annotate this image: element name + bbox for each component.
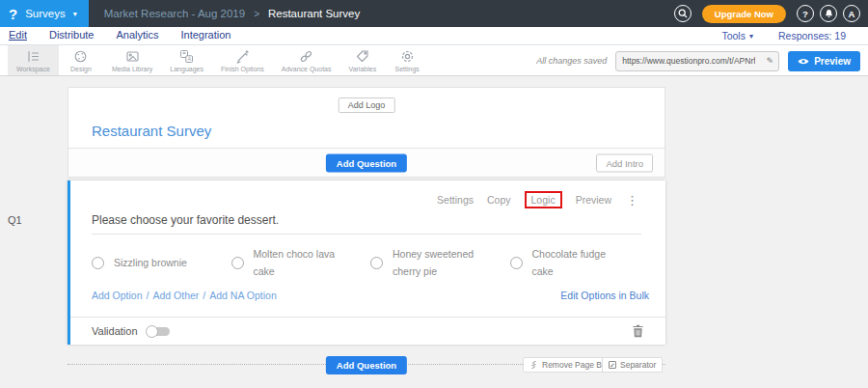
add-question-button-bottom[interactable]: Add Question [326, 356, 407, 374]
question-text-underline [92, 234, 641, 235]
question-actions: Settings Copy Logic Preview ⋮ [437, 191, 638, 208]
breadcrumb-current: Restaurant Survey [268, 8, 360, 19]
toolbar-item-media-library[interactable]: Media Library [103, 45, 161, 75]
breadcrumb-separator-icon: > [254, 9, 259, 19]
kebab-menu-icon[interactable]: ⋮ [626, 193, 638, 208]
surveys-menu-label: Surveys [25, 8, 66, 19]
search-icon [677, 8, 689, 19]
option-label[interactable]: Chocolate fudge cake [532, 245, 629, 281]
question-preview-link[interactable]: Preview [576, 194, 611, 206]
upgrade-now-button[interactable]: Upgrade Now [702, 5, 786, 23]
validation-label: Validation [92, 325, 138, 337]
radio-button-icon[interactable] [231, 257, 244, 269]
survey-tab-bar: Edit Distribute Analytics Integration To… [0, 27, 868, 45]
radio-button-icon[interactable] [92, 257, 104, 269]
add-logo-button[interactable]: Add Logo [339, 97, 395, 113]
advance-quotas-chain-icon [299, 49, 313, 64]
tabbar-right: Tools ▾ Responses: 19 [721, 30, 859, 42]
caret-down-icon: ▾ [73, 10, 77, 18]
toolbar-item-languages[interactable]: A Languages [161, 45, 212, 75]
languages-icon: A [179, 49, 194, 64]
validation-toggle[interactable] [146, 325, 170, 338]
tab-analytics[interactable]: Analytics [116, 29, 158, 42]
remove-page-break-icon [529, 360, 538, 370]
variables-tag-icon [355, 49, 369, 64]
toolbar-item-design[interactable]: Design [59, 45, 103, 75]
help-button[interactable]: ? [797, 5, 814, 22]
radio-button-icon[interactable] [510, 257, 523, 269]
breadcrumb-parent[interactable]: Market Research - Aug 2019 [104, 8, 245, 19]
toolbar-item-variables[interactable]: Variables [339, 45, 385, 75]
survey-url-box: ✎ [615, 51, 779, 71]
toolbar-right: All changes saved ✎ Preview [536, 45, 860, 76]
question-copy-link[interactable]: Copy [487, 194, 511, 206]
question-logic-link-highlighted[interactable]: Logic [525, 191, 562, 208]
toggle-knob [146, 325, 158, 338]
caret-down-icon: ▾ [749, 32, 753, 41]
question-text[interactable]: Please choose your favorite dessert. [92, 213, 279, 227]
question-settings-link[interactable]: Settings [437, 194, 474, 206]
surveys-menu[interactable]: ? Surveys ▾ [0, 0, 89, 27]
option-molten-choco-lava-cake[interactable]: Molten choco lava cake [231, 245, 371, 281]
search-button[interactable] [674, 5, 692, 22]
toolbar-label-languages: Languages [170, 66, 203, 72]
link-separator: / [203, 290, 205, 301]
save-status-text: All changes saved [536, 56, 607, 66]
add-question-button[interactable]: Add Question [326, 153, 407, 172]
svg-text:A: A [188, 56, 192, 62]
toolbar-label-design: Design [70, 66, 92, 72]
top-navigation-bar: ? Surveys ▾ Market Research - Aug 2019 >… [0, 0, 868, 27]
preview-button[interactable]: Preview [788, 51, 860, 71]
separator-toggle[interactable]: ✓ Separator [602, 357, 663, 373]
survey-title[interactable]: Restaurant Survey [92, 123, 211, 139]
survey-editor-canvas: Q1 Add Logo Restaurant Survey Add Questi… [0, 76, 868, 388]
toolbar-label-advance-quotas: Advance Quotas [282, 66, 332, 72]
toolbar-label-variables: Variables [348, 66, 376, 72]
media-library-icon [125, 49, 140, 64]
toolbar-item-finish-options[interactable]: Finish Options [212, 45, 273, 75]
toolbar-item-advance-quotas[interactable]: Advance Quotas [273, 45, 340, 75]
add-na-option-link[interactable]: Add NA Option [209, 290, 276, 301]
notifications-button[interactable] [820, 5, 837, 22]
responses-count[interactable]: Responses: 19 [778, 30, 846, 42]
edit-url-pencil-icon[interactable]: ✎ [761, 51, 778, 71]
checkbox-checked-icon[interactable]: ✓ [609, 361, 616, 369]
delete-question-button[interactable] [632, 324, 644, 338]
question-footer: Validation [70, 317, 665, 345]
topbar-actions: Upgrade Now ? A [674, 5, 868, 23]
toolbar-label-media-library: Media Library [112, 66, 152, 72]
toolbar-item-settings[interactable]: Settings [385, 45, 429, 75]
trash-icon [632, 324, 644, 338]
breadcrumb: Market Research - Aug 2019 > Restaurant … [104, 8, 360, 19]
finish-options-pen-icon [235, 49, 250, 64]
add-other-link[interactable]: Add Other [152, 290, 199, 301]
tab-distribute[interactable]: Distribute [49, 29, 94, 42]
add-option-link[interactable]: Add Option [92, 290, 143, 301]
option-chocolate-fudge-cake[interactable]: Chocolate fudge cake [510, 245, 650, 281]
link-separator: / [147, 290, 149, 301]
separator-label: Separator [620, 360, 656, 370]
option-label[interactable]: Honey sweetened cherry pie [393, 245, 489, 281]
add-question-row: Add Question Add Intro [68, 149, 665, 178]
tab-edit[interactable]: Edit [9, 29, 27, 42]
account-avatar[interactable]: A [843, 5, 860, 22]
toolbar-item-workspace[interactable]: Workspace [8, 45, 59, 75]
questionpro-logo-icon: ? [9, 7, 17, 21]
tab-integration[interactable]: Integration [180, 29, 231, 42]
toolbar-label-finish-options: Finish Options [221, 66, 264, 72]
option-label[interactable]: Sizzling brownie [114, 254, 187, 271]
option-sizzling-brownie[interactable]: Sizzling brownie [92, 245, 231, 281]
tools-menu[interactable]: Tools ▾ [721, 30, 753, 42]
survey-url-input[interactable] [616, 56, 761, 66]
option-label[interactable]: Molten choco lava cake [254, 245, 350, 281]
question-number-label: Q1 [8, 214, 22, 226]
question-card: Settings Copy Logic Preview ⋮ Please cho… [68, 180, 665, 345]
radio-button-icon[interactable] [370, 257, 383, 269]
toolbar-label-workspace: Workspace [16, 66, 50, 72]
preview-button-label: Preview [814, 56, 851, 67]
page-break-row: Add Question Remove Page Break ✓ Separat… [68, 356, 665, 374]
edit-options-in-bulk-link[interactable]: Edit Options in Bulk [560, 290, 649, 301]
tools-label: Tools [721, 30, 746, 42]
add-intro-button[interactable]: Add Intro [596, 153, 653, 172]
option-honey-sweetened-cherry-pie[interactable]: Honey sweetened cherry pie [370, 245, 510, 281]
